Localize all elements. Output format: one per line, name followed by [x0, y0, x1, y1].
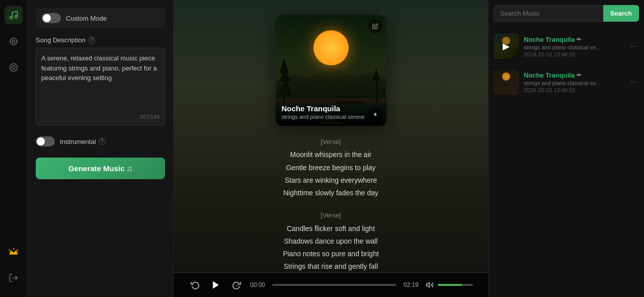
main-area: Noche Tranquila strings and piano classi… [174, 0, 488, 297]
nav-music-icon[interactable] [5, 6, 23, 24]
verse-1-label: [Verse] [214, 136, 448, 147]
icon-sidebar [0, 0, 28, 297]
instrumental-row: Instrumental ? [36, 133, 165, 150]
album-title: Noche Tranquila [282, 104, 380, 113]
track-item[interactable]: Noche Tranquila ✏ strings and piano clas… [489, 64, 644, 100]
track-desc-1: strings and piano classical se... [524, 44, 623, 50]
track-thumbnail-1: ▶ [494, 34, 519, 59]
right-panel: Search ▶ Noche Tranquila ✏ strings and p… [488, 0, 644, 297]
track-more-1[interactable]: ··· [628, 40, 639, 53]
play-overlay-1: ▶ [494, 34, 519, 59]
track-edit-icon-1[interactable]: ✏ [577, 36, 581, 43]
svg-point-9 [9, 249, 10, 251]
nav-waveform-icon[interactable] [5, 32, 23, 50]
track-more-2[interactable]: ··· [628, 76, 639, 89]
verse-2-line-3: Piano notes so pure and bright [214, 248, 448, 260]
verse-block-2: [Verse] Candles flicker soft and light S… [214, 209, 448, 272]
custom-mode-label: Custom Mode [66, 15, 107, 22]
play-button[interactable] [209, 278, 223, 292]
verse-block-1: [Verse] Moonlit whispers in the air Gent… [214, 136, 448, 199]
svg-point-7 [12, 66, 16, 69]
album-edit-button[interactable] [368, 19, 382, 33]
rewind-button[interactable] [189, 278, 202, 291]
instrumental-help-icon[interactable]: ? [99, 138, 106, 145]
search-button[interactable]: Search [603, 5, 639, 22]
verse-2-label: [Verse] [214, 209, 448, 221]
track-date-2: 2024-10-22 13:48:10 [524, 87, 623, 93]
main-content: Noche Tranquila strings and piano classi… [174, 0, 488, 272]
song-description-label: Song Description ? [36, 36, 165, 44]
lyrics-section: [Verse] Moonlit whispers in the air Gent… [214, 136, 448, 272]
volume-icon [426, 281, 434, 289]
progress-bar[interactable] [272, 284, 396, 286]
track-info-2: Noche Tranquila ✏ strings and piano clas… [524, 71, 623, 93]
search-bar: Search [489, 0, 644, 27]
album-subtitle: strings and piano classical serene [282, 114, 380, 120]
svg-point-6 [10, 64, 18, 71]
current-time: 00:00 [250, 281, 265, 288]
generate-music-button[interactable]: Generate Music ♫ [36, 158, 165, 179]
verse-2-line-1: Candles flicker soft and light [214, 222, 448, 235]
svg-text:15: 15 [236, 284, 239, 287]
player-bar: 15 00:00 02:19 [174, 272, 488, 297]
song-description-help-icon[interactable]: ? [88, 37, 95, 44]
track-desc-2: strings and piano classical se... [524, 80, 623, 86]
custom-mode-row: Custom Mode [36, 8, 165, 28]
total-time: 02:19 [404, 281, 419, 288]
svg-marker-8 [10, 250, 18, 255]
svg-marker-15 [426, 282, 429, 287]
track-thumbnail-2 [494, 69, 519, 95]
song-description-section: Song Description ? A serene, relaxed cla… [36, 36, 165, 125]
nav-crown-icon[interactable] [5, 243, 23, 261]
instrumental-label: Instrumental ? [60, 138, 106, 145]
track-date-1: 2024-10-22 13:48:10 [524, 51, 623, 57]
left-panel: Custom Mode Song Description ? A serene,… [28, 0, 174, 297]
svg-marker-13 [213, 281, 219, 289]
song-description-box: A serene, relaxed classical music piece … [36, 48, 165, 125]
verse-2-line-4: Strings that rise and gently fall [214, 260, 448, 272]
album-card: Noche Tranquila strings and piano classi… [276, 15, 386, 126]
svg-point-0 [10, 17, 13, 19]
album-pin-button[interactable] [368, 108, 382, 122]
volume-container [426, 281, 473, 289]
track-edit-icon-2[interactable]: ✏ [577, 72, 581, 79]
char-count: 107/199 [41, 114, 159, 120]
svg-point-2 [10, 38, 17, 44]
nav-record-icon[interactable] [5, 58, 23, 77]
skip-forward-button[interactable]: 15 [230, 278, 243, 291]
svg-point-11 [17, 249, 19, 251]
verse-2-line-2: Shadows dance upon the wall [214, 235, 448, 248]
verse-1-line-2: Gentle breeze begins to play [214, 162, 448, 174]
svg-point-1 [15, 16, 18, 18]
verse-1-line-3: Stars are winking everywhere [214, 174, 448, 187]
volume-fill [438, 284, 462, 286]
volume-bar[interactable] [438, 284, 473, 286]
track-info-1: Noche Tranquila ✏ strings and piano clas… [524, 36, 623, 57]
song-description-textarea[interactable]: A serene, relaxed classical music piece … [41, 53, 159, 114]
svg-point-3 [13, 40, 15, 43]
track-list: ▶ Noche Tranquila ✏ strings and piano cl… [489, 27, 644, 297]
track-item[interactable]: ▶ Noche Tranquila ✏ strings and piano cl… [489, 29, 644, 64]
instrumental-toggle[interactable] [36, 136, 55, 146]
svg-point-10 [13, 248, 15, 250]
search-input[interactable] [494, 5, 603, 22]
custom-mode-toggle[interactable] [42, 13, 61, 23]
verse-1-line-4: Nighttime slowly fades the day [214, 187, 448, 199]
track-name-1: Noche Tranquila ✏ [524, 36, 623, 43]
track-moon-2 [502, 72, 510, 81]
verse-1-line-1: Moonlit whispers in the air [214, 148, 448, 161]
track-name-2: Noche Tranquila ✏ [524, 71, 623, 79]
nav-logout-icon[interactable] [5, 269, 23, 287]
